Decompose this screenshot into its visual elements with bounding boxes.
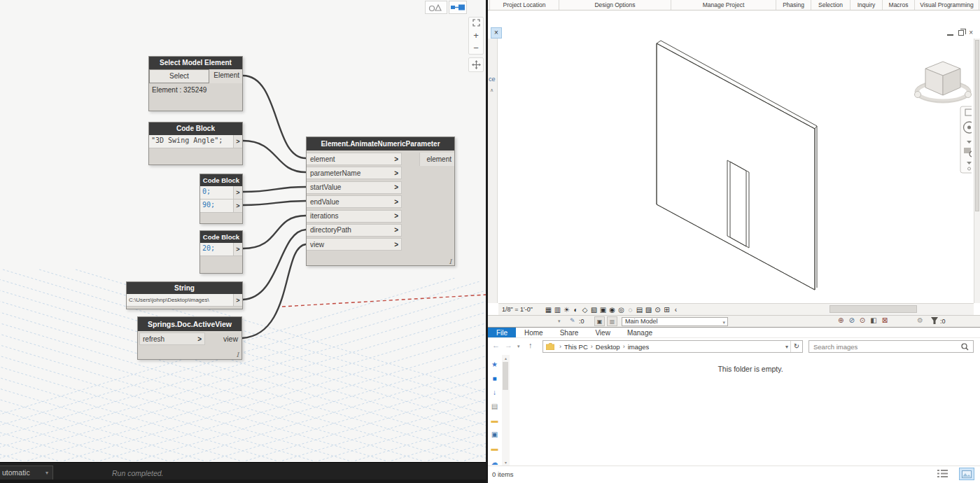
select-pinned-icon[interactable]: ⊙ (860, 316, 865, 324)
node-title[interactable]: Springs.Doc.ActiveView (138, 317, 241, 331)
output-port[interactable]: > (233, 200, 242, 212)
scrollbar-thumb[interactable] (830, 305, 917, 313)
input-port[interactable]: parameterName > (307, 167, 402, 179)
node-title[interactable]: Select Model Element (149, 57, 242, 69)
output-port-view[interactable]: view (205, 335, 241, 343)
details-view-button[interactable] (937, 469, 948, 478)
string-input[interactable]: C:\Users\johnp\Desktop\images\ (127, 294, 233, 306)
analytical-model-icon[interactable]: ▨ (644, 304, 653, 315)
node-title[interactable]: Code Block (200, 174, 242, 186)
node-title[interactable]: Code Block (200, 231, 242, 243)
collapse-icon[interactable]: ‹ (671, 304, 680, 315)
onedrive-icon[interactable]: ■ (492, 374, 496, 382)
constraints-icon[interactable]: ⊞ (662, 304, 671, 315)
ribbon-tab[interactable]: Home (516, 328, 552, 337)
zoom-fit-button[interactable] (472, 19, 480, 28)
zoom-in-button[interactable]: + (473, 31, 479, 40)
output-port[interactable]: > (233, 294, 242, 306)
tab-file[interactable]: File (488, 328, 516, 337)
select-button[interactable]: Select (149, 69, 209, 83)
input-port[interactable]: startValue > (307, 181, 402, 194)
select-links-icon[interactable]: ⊕ (838, 316, 844, 324)
sun-path-icon[interactable]: ☀ (562, 304, 571, 315)
worksharing-toggle-icon[interactable]: ▣ (594, 316, 605, 326)
input-port[interactable]: view > (307, 238, 402, 251)
thumbnail-view-button[interactable] (959, 468, 974, 480)
visual-style-icon[interactable]: ▥ (553, 304, 562, 315)
editing-requests-icon[interactable]: ✎ (570, 317, 575, 324)
input-port[interactable]: directoryPath > (307, 224, 402, 237)
breadcrumb-item[interactable]: › images (620, 343, 650, 351)
refresh-icon[interactable]: ↻ (790, 341, 802, 352)
temp-view-properties-icon[interactable]: ▤ (635, 304, 644, 315)
search-input[interactable] (809, 342, 961, 351)
breadcrumb-item[interactable]: › This PC (556, 343, 588, 351)
run-mode-dropdown[interactable]: utomatic ▾ (0, 465, 53, 480)
geometry-view-button[interactable] (425, 1, 447, 14)
selection-filter-icon[interactable] (931, 317, 939, 325)
rendering-dialog-icon[interactable]: ◇ (580, 304, 589, 315)
revit-3d-view[interactable] (498, 38, 972, 303)
minimize-icon[interactable] (947, 34, 953, 36)
horizontal-scrollbar[interactable] (826, 303, 974, 315)
drag-on-selection-icon[interactable]: ⊠ (882, 316, 888, 324)
gear-icon[interactable]: ⚙ (917, 316, 923, 324)
back-button[interactable]: ← (492, 341, 500, 349)
output-port[interactable]: > (233, 243, 242, 255)
lock-view-icon[interactable]: ◉ (608, 304, 617, 315)
ribbon-tab[interactable]: Share (552, 328, 587, 337)
select-underlay-icon[interactable]: ⊘ (848, 316, 854, 324)
show-crop-icon[interactable]: ▣ (598, 304, 608, 315)
pan-button[interactable] (468, 57, 484, 72)
documents-icon[interactable]: ▤ (491, 402, 498, 410)
view-scale[interactable]: 1/8" = 1'-0" (502, 306, 544, 313)
reveal-hidden-icon[interactable]: ◌ (626, 304, 635, 315)
design-option-dropdown[interactable]: Main Model ▾ (622, 317, 728, 326)
graph-view-button[interactable] (449, 1, 467, 14)
restore-icon[interactable] (958, 30, 964, 36)
shadows-icon[interactable]: ◐ (571, 304, 580, 315)
code-line[interactable]: 0; (200, 186, 233, 199)
scroll-down-icon[interactable]: ▾ (502, 460, 510, 465)
scrollbar-thumb[interactable] (975, 40, 979, 211)
breadcrumb-item[interactable]: › Desktop (588, 343, 620, 351)
input-port[interactable]: iterations > (307, 210, 402, 223)
scroll-up-icon[interactable]: ▴ (502, 356, 510, 360)
scrollbar-thumb[interactable] (503, 362, 508, 390)
view-cube[interactable] (915, 62, 972, 102)
select-by-face-icon[interactable]: ◧ (870, 316, 876, 324)
pictures-folder-icon[interactable]: ▬ (491, 416, 498, 424)
code-line[interactable]: "3D Swing Angle"; (149, 135, 233, 148)
ribbon-tab[interactable]: View (587, 328, 619, 337)
forward-button[interactable]: → (505, 341, 512, 349)
this-pc-icon[interactable]: ▣ (491, 430, 498, 438)
recent-locations-button[interactable]: ▾ (517, 344, 520, 349)
crop-view-icon[interactable]: ▧ (589, 304, 598, 315)
output-port-element[interactable]: element (419, 153, 454, 166)
navigation-bar[interactable] (960, 106, 972, 173)
node-title[interactable]: Element.AnimateNumericParameter (307, 137, 454, 150)
node-title[interactable]: Code Block (149, 122, 242, 135)
detail-level-icon[interactable]: ▦ (544, 304, 553, 315)
code-line[interactable]: 90; (200, 200, 233, 212)
code-line[interactable]: 20; (200, 243, 233, 255)
zoom-out-button[interactable]: − (473, 43, 479, 52)
address-dropdown-icon[interactable]: ▾ (785, 344, 788, 350)
lacing-indicator[interactable]: I (449, 258, 451, 265)
search-icon[interactable] (961, 343, 969, 351)
close-icon[interactable]: × (969, 28, 973, 38)
downloads-icon[interactable]: ↓ (493, 388, 496, 396)
dynamo-canvas[interactable]: + − Select Model Element Select Element … (0, 0, 486, 483)
up-button[interactable]: ↑ (528, 341, 533, 349)
node-title[interactable]: String (127, 282, 242, 294)
output-port[interactable]: > (233, 135, 242, 148)
vertical-scrollbar[interactable] (974, 38, 980, 303)
input-port-refresh[interactable]: refresh > (139, 332, 205, 345)
input-port[interactable]: element > (307, 153, 402, 165)
quick-access-icon[interactable]: ★ (491, 360, 498, 368)
folder-content[interactable]: ★■↓▤▬▣▬☁ ▴ ▾ This folder is empty. (488, 355, 980, 465)
close-view-button[interactable]: × (491, 27, 502, 38)
address-bar[interactable]: › This PC › Desktop › images (542, 340, 803, 353)
output-port-element[interactable]: Element (209, 69, 242, 83)
nav-pane-scrollbar[interactable]: ▴ ▾ (502, 355, 510, 465)
